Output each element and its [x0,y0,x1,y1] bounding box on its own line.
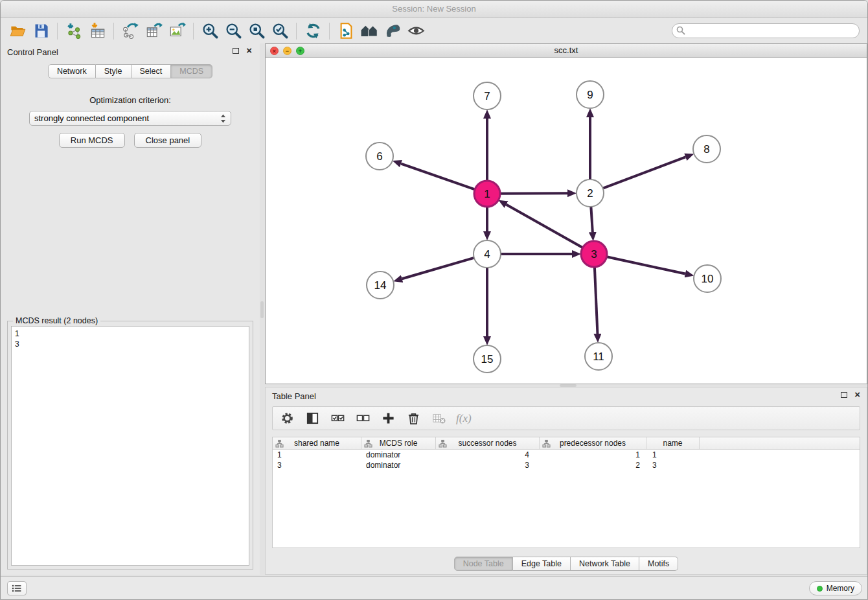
export-table-button[interactable] [142,21,165,41]
zoom-fit-icon [248,22,266,40]
main-toolbar [1,18,867,43]
cell-name[interactable]: 1 [646,450,700,459]
cell-shared-name[interactable]: 1 [273,450,361,459]
refresh-view-button[interactable] [301,21,325,41]
criterion-dropdown[interactable]: strongly connected component [29,111,231,126]
table-row[interactable]: 1 dominator 4 1 1 [273,450,860,460]
show-columns-button[interactable] [304,411,320,426]
save-session-button[interactable] [29,21,52,41]
cell-name[interactable]: 3 [646,461,700,470]
import-table-button[interactable] [86,21,109,41]
create-network-view-button[interactable] [334,21,358,41]
edge-3-11[interactable] [595,267,598,334]
delete-columns-button[interactable] [405,411,421,426]
memory-button[interactable]: Memory [809,581,862,595]
network-canvas[interactable]: 7968124314101511 [266,58,868,384]
clear-all-button[interactable] [355,411,371,426]
node-3[interactable]: 3 [581,241,607,267]
node-11[interactable]: 11 [585,343,612,370]
edge-4-14[interactable] [402,258,474,279]
unchecked-boxes-icon [356,411,370,425]
table-header-row: shared name MCDS role successor nodes pr… [273,437,860,450]
table-options-button[interactable] [279,411,295,426]
zoom-out-button[interactable] [222,21,245,41]
tab-select[interactable]: Select [131,64,172,78]
plus-icon [382,411,395,425]
cell-predecessor-nodes[interactable]: 2 [540,461,646,470]
column-header-predecessor-nodes[interactable]: predecessor nodes [540,437,646,449]
column-header-successor-nodes[interactable]: successor nodes [436,437,540,449]
cell-successor-nodes[interactable]: 4 [436,450,540,459]
edge-1-2[interactable] [500,193,567,194]
import-network-button[interactable] [62,21,86,41]
export-network-icon [122,22,139,40]
table-row[interactable]: 3 dominator 3 2 3 [273,460,860,470]
open-session-button[interactable] [6,21,29,41]
node-9[interactable]: 9 [577,81,604,108]
style-palette-icon [384,22,402,40]
edge-2-3[interactable] [591,207,592,232]
export-network-button[interactable] [119,21,142,41]
status-bar: Memory [1,576,867,599]
task-history-button[interactable] [7,581,27,595]
node-8[interactable]: 8 [693,135,720,163]
tab-edge-table[interactable]: Edge Table [513,557,571,571]
toolbar-separator [113,23,114,40]
maximize-window-icon[interactable]: + [296,47,304,55]
node-15[interactable]: 15 [474,345,501,373]
splitter-grip[interactable] [260,301,264,318]
mcds-result-list[interactable]: 1 3 [11,326,249,566]
sort-hierarchy-icon [439,439,447,448]
zoom-fit-button[interactable] [245,21,268,41]
tab-motifs[interactable]: Motifs [639,557,678,571]
edge-3-1[interactable] [507,205,583,248]
close-window-icon[interactable]: × [270,47,279,55]
node-4[interactable]: 4 [474,240,501,268]
tab-network-table[interactable]: Network Table [571,557,639,571]
show-hide-graphics-button[interactable] [404,21,428,41]
tab-node-table[interactable]: Node Table [454,557,513,571]
search-input[interactable] [672,23,860,38]
edge-1-6[interactable] [401,164,475,190]
run-mcds-button[interactable]: Run MCDS [59,133,125,148]
home-button[interactable] [358,21,381,41]
cell-predecessor-nodes[interactable]: 1 [540,450,646,459]
select-all-button[interactable] [330,411,345,426]
vertical-splitter[interactable] [260,43,265,575]
cell-shared-name[interactable]: 3 [273,461,361,470]
float-table-panel-icon[interactable] [841,392,847,398]
sort-hierarchy-icon [364,439,372,448]
search-box[interactable] [672,23,860,38]
node-6[interactable]: 6 [366,143,393,170]
close-table-panel-icon[interactable]: × [854,389,860,400]
cell-successor-nodes[interactable]: 3 [436,461,540,470]
apply-style-button[interactable] [381,21,404,41]
node-1[interactable]: 1 [474,181,500,207]
close-panel-icon[interactable]: × [246,45,252,56]
delete-table-button[interactable] [431,411,446,426]
node-10[interactable]: 10 [694,265,721,292]
cell-mcds-role[interactable]: dominator [361,450,436,459]
create-column-button[interactable] [380,411,396,426]
float-panel-icon[interactable] [233,48,239,54]
edge-3-10[interactable] [607,257,685,273]
close-mcds-panel-button[interactable]: Close panel [134,133,202,148]
node-7[interactable]: 7 [474,82,501,110]
tab-network[interactable]: Network [48,64,96,78]
tab-mcds[interactable]: MCDS [171,64,212,78]
zoom-selected-button[interactable] [268,21,291,41]
tab-style[interactable]: Style [96,64,131,78]
edge-2-8[interactable] [603,157,686,188]
column-header-shared-name[interactable]: shared name [273,437,361,449]
column-header-name[interactable]: name [646,437,700,449]
minimize-window-icon[interactable]: − [283,47,291,55]
node-label: 7 [484,90,490,102]
export-image-button[interactable] [165,21,188,41]
zoom-in-button[interactable] [198,21,222,41]
node-14[interactable]: 14 [367,271,394,299]
column-header-mcds-role[interactable]: MCDS role [361,437,436,449]
node-2[interactable]: 2 [577,179,604,207]
node-label: 10 [702,273,714,285]
function-builder-button[interactable]: f(x) [456,412,472,425]
cell-mcds-role[interactable]: dominator [361,461,436,470]
